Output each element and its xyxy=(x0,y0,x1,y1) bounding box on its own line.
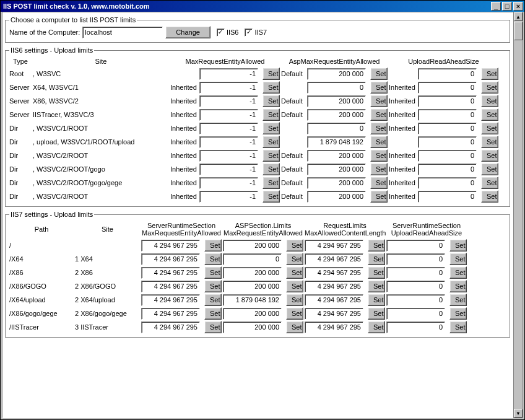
asp-maxreq-input[interactable] xyxy=(223,322,282,333)
set-button[interactable]: Set xyxy=(481,95,498,107)
uploadread-input[interactable] xyxy=(386,308,445,320)
reqlimit-input[interactable] xyxy=(305,253,363,265)
set-button[interactable]: Set xyxy=(262,68,280,80)
reqlimit-input[interactable] xyxy=(305,308,363,320)
set-button[interactable]: Set xyxy=(368,280,385,292)
set-button[interactable]: Set xyxy=(449,294,467,306)
reqlimit-input[interactable] xyxy=(305,267,363,279)
maxreq-input[interactable] xyxy=(199,136,258,148)
aspmaxreq-input[interactable] xyxy=(307,123,366,134)
set-button[interactable]: Set xyxy=(449,307,467,320)
set-button[interactable]: Set xyxy=(449,280,467,292)
maxreq-input[interactable] xyxy=(199,150,258,162)
set-button[interactable]: Set xyxy=(204,280,222,292)
set-button[interactable]: Set xyxy=(449,253,467,265)
set-button[interactable]: Set xyxy=(481,122,498,134)
vertical-scrollbar[interactable]: ▲ ▼ xyxy=(513,12,523,418)
set-button[interactable]: Set xyxy=(481,108,498,121)
uploadread-input[interactable] xyxy=(418,136,477,148)
set-button[interactable]: Set xyxy=(204,253,222,265)
uploadread-input[interactable] xyxy=(386,322,445,333)
srv-maxreq-input[interactable] xyxy=(141,322,200,333)
uploadread-input[interactable] xyxy=(418,164,477,175)
set-button[interactable]: Set xyxy=(262,190,280,203)
set-button[interactable]: Set xyxy=(370,68,388,80)
set-button[interactable]: Set xyxy=(368,321,385,333)
set-button[interactable]: Set xyxy=(204,321,222,333)
set-button[interactable]: Set xyxy=(286,294,303,306)
set-button[interactable]: Set xyxy=(262,108,280,121)
set-button[interactable]: Set xyxy=(370,136,388,148)
set-button[interactable]: Set xyxy=(370,149,388,162)
set-button[interactable]: Set xyxy=(204,307,222,320)
maxreq-input[interactable] xyxy=(199,82,258,94)
set-button[interactable]: Set xyxy=(262,95,280,107)
asp-maxreq-input[interactable] xyxy=(223,281,282,292)
reqlimit-input[interactable] xyxy=(305,294,363,306)
set-button[interactable]: Set xyxy=(370,190,388,203)
asp-maxreq-input[interactable] xyxy=(223,294,282,306)
uploadread-input[interactable] xyxy=(418,191,477,203)
uploadread-input[interactable] xyxy=(386,240,445,252)
uploadread-input[interactable] xyxy=(386,294,445,306)
uploadread-input[interactable] xyxy=(418,82,477,94)
computer-name-input[interactable] xyxy=(82,27,163,38)
set-button[interactable]: Set xyxy=(370,95,388,107)
aspmaxreq-input[interactable] xyxy=(307,150,366,162)
srv-maxreq-input[interactable] xyxy=(141,281,200,292)
uploadread-input[interactable] xyxy=(418,95,477,107)
iis7-checkbox[interactable]: ✓IIS7 xyxy=(245,28,267,37)
set-button[interactable]: Set xyxy=(368,239,385,252)
asp-maxreq-input[interactable] xyxy=(223,240,282,252)
scroll-thumb[interactable] xyxy=(514,22,523,40)
srv-maxreq-input[interactable] xyxy=(141,294,200,306)
change-button[interactable]: Change xyxy=(165,26,210,38)
uploadread-input[interactable] xyxy=(418,109,477,121)
uploadread-input[interactable] xyxy=(386,281,445,292)
set-button[interactable]: Set xyxy=(204,239,222,252)
set-button[interactable]: Set xyxy=(286,266,303,279)
set-button[interactable]: Set xyxy=(481,190,498,203)
set-button[interactable]: Set xyxy=(481,136,498,148)
aspmaxreq-input[interactable] xyxy=(307,177,366,189)
set-button[interactable]: Set xyxy=(370,122,388,134)
reqlimit-input[interactable] xyxy=(305,322,363,333)
set-button[interactable]: Set xyxy=(481,163,498,175)
set-button[interactable]: Set xyxy=(368,266,385,279)
maxreq-input[interactable] xyxy=(199,164,258,175)
set-button[interactable]: Set xyxy=(370,81,388,94)
aspmaxreq-input[interactable] xyxy=(307,191,366,203)
set-button[interactable]: Set xyxy=(481,177,498,189)
reqlimit-input[interactable] xyxy=(305,240,363,252)
set-button[interactable]: Set xyxy=(370,177,388,189)
set-button[interactable]: Set xyxy=(286,253,303,265)
set-button[interactable]: Set xyxy=(262,122,280,134)
asp-maxreq-input[interactable] xyxy=(223,308,282,320)
scroll-down-button[interactable]: ▼ xyxy=(514,409,523,418)
minimize-button[interactable]: _ xyxy=(491,2,501,11)
set-button[interactable]: Set xyxy=(262,163,280,175)
scroll-up-button[interactable]: ▲ xyxy=(514,12,523,21)
set-button[interactable]: Set xyxy=(370,108,388,121)
set-button[interactable]: Set xyxy=(262,177,280,189)
set-button[interactable]: Set xyxy=(204,294,222,306)
reqlimit-input[interactable] xyxy=(305,281,363,292)
set-button[interactable]: Set xyxy=(262,136,280,148)
aspmaxreq-input[interactable] xyxy=(307,109,366,121)
asp-maxreq-input[interactable] xyxy=(223,267,282,279)
set-button[interactable]: Set xyxy=(481,149,498,162)
set-button[interactable]: Set xyxy=(449,266,467,279)
aspmaxreq-input[interactable] xyxy=(307,68,366,80)
maxreq-input[interactable] xyxy=(199,123,258,134)
maximize-button[interactable]: □ xyxy=(502,2,512,11)
set-button[interactable]: Set xyxy=(286,280,303,292)
set-button[interactable]: Set xyxy=(286,321,303,333)
set-button[interactable]: Set xyxy=(286,239,303,252)
set-button[interactable]: Set xyxy=(286,307,303,320)
set-button[interactable]: Set xyxy=(449,239,467,252)
set-button[interactable]: Set xyxy=(204,266,222,279)
srv-maxreq-input[interactable] xyxy=(141,308,200,320)
set-button[interactable]: Set xyxy=(262,149,280,162)
uploadread-input[interactable] xyxy=(418,68,477,80)
srv-maxreq-input[interactable] xyxy=(141,240,200,252)
